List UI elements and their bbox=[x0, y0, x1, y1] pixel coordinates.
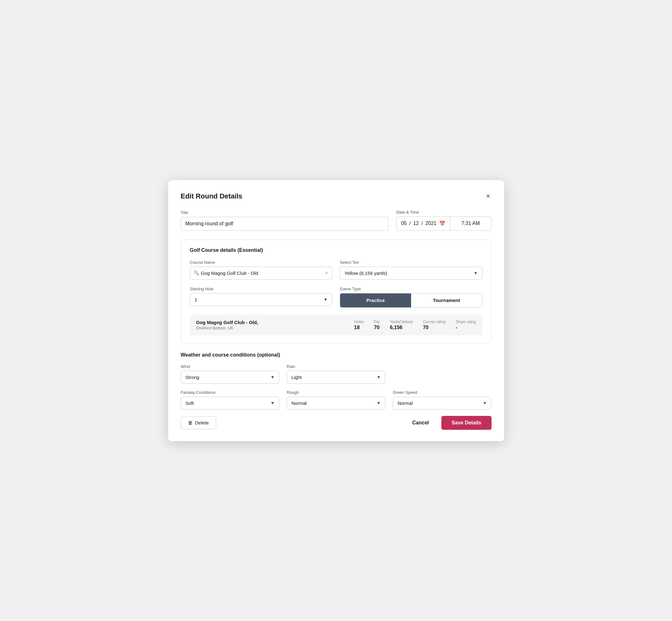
practice-button[interactable]: Practice bbox=[340, 293, 411, 307]
rain-group: Rain NoneLightModerateHeavy ▼ bbox=[287, 364, 385, 384]
modal-header: Edit Round Details × bbox=[181, 192, 492, 201]
wind-group: Wind NoneLightModerateStrong ▼ bbox=[181, 364, 279, 384]
select-tee-label: Select Tee bbox=[340, 260, 482, 265]
yards-stat: Yards(Yellow) 6,156 bbox=[390, 320, 413, 330]
date-year: 2021 bbox=[425, 220, 437, 226]
datetime-label: Date & Time bbox=[396, 210, 491, 215]
rain-label: Rain bbox=[287, 364, 385, 369]
starting-hole-group: Starting Hole 1234 5678 910 ▼ bbox=[190, 287, 333, 308]
course-tee-row: Course Name 🔍 ✕ Select Tee Yellow (6,156… bbox=[190, 260, 482, 280]
wind-label: Wind bbox=[181, 364, 279, 369]
fairway-group: Fairway Conditions HardFirmNormalSoftWet… bbox=[181, 390, 279, 410]
course-rating-label: Course rating bbox=[423, 320, 446, 324]
wind-rain-row: Wind NoneLightModerateStrong ▼ Rain None… bbox=[181, 364, 492, 384]
rain-wrapper: NoneLightModerateHeavy ▼ bbox=[287, 371, 385, 384]
yards-value: 6,156 bbox=[390, 325, 403, 330]
date-sep1: / bbox=[409, 220, 411, 226]
tournament-button[interactable]: Tournament bbox=[411, 293, 482, 307]
course-rating-stat: Course rating 70 bbox=[423, 320, 446, 330]
course-name-input[interactable] bbox=[190, 266, 333, 280]
delete-label: Delete bbox=[195, 420, 209, 425]
golf-course-section: Golf Course details (Essential) Course N… bbox=[181, 240, 492, 343]
starting-hole-label: Starting Hole bbox=[190, 287, 333, 291]
golf-course-section-title: Golf Course details (Essential) bbox=[190, 247, 482, 253]
datetime-field-group: Date & Time 05 / 12 / 2021 📅 7:31 AM bbox=[396, 210, 491, 231]
rough-label: Rough bbox=[287, 390, 385, 395]
holes-value: 18 bbox=[354, 325, 360, 330]
close-button[interactable]: × bbox=[485, 192, 492, 201]
weather-section: Weather and course conditions (optional)… bbox=[181, 352, 492, 410]
title-label: Title bbox=[181, 210, 389, 215]
green-speed-group: Green Speed SlowNormalFastVery Fast ▼ bbox=[393, 390, 491, 410]
holes-stat: Holes 18 bbox=[354, 320, 364, 330]
wind-wrapper: NoneLightModerateStrong ▼ bbox=[181, 371, 279, 384]
weather-section-title: Weather and course conditions (optional) bbox=[181, 352, 492, 358]
course-stats: Holes 18 Par 70 Yards(Yellow) 6,156 Cour… bbox=[354, 320, 476, 330]
title-input[interactable] bbox=[181, 217, 389, 231]
conditions-row: Fairway Conditions HardFirmNormalSoftWet… bbox=[181, 390, 492, 410]
modal-title: Edit Round Details bbox=[181, 192, 243, 200]
slope-rating-value: - bbox=[456, 325, 457, 330]
footer-right: Cancel Save Details bbox=[407, 416, 492, 430]
rough-dropdown[interactable]: ShortNormalLongVery Long bbox=[287, 397, 385, 410]
edit-round-modal: Edit Round Details × Title Date & Time 0… bbox=[168, 180, 504, 441]
slope-rating-stat: Slope rating - bbox=[456, 320, 476, 330]
title-field-group: Title bbox=[181, 210, 389, 231]
green-speed-label: Green Speed bbox=[393, 390, 491, 395]
game-type-toggle: Practice Tournament bbox=[340, 293, 482, 308]
fairway-wrapper: HardFirmNormalSoftWet ▼ bbox=[181, 397, 279, 410]
hole-gametype-row: Starting Hole 1234 5678 910 ▼ Game Type … bbox=[190, 287, 482, 308]
select-tee-group: Select Tee Yellow (6,156 yards) White (6… bbox=[340, 260, 482, 280]
par-label: Par bbox=[374, 320, 380, 324]
course-info-row: Gog Magog Golf Club - Old, Shelford Bott… bbox=[190, 315, 482, 335]
footer-row: 🗑 Delete Cancel Save Details bbox=[181, 416, 492, 430]
course-name-label: Course Name bbox=[190, 260, 333, 265]
course-search-wrapper: 🔍 ✕ bbox=[190, 266, 333, 280]
fairway-dropdown[interactable]: HardFirmNormalSoftWet bbox=[181, 397, 279, 410]
top-fields: Title Date & Time 05 / 12 / 2021 📅 7:31 … bbox=[181, 210, 492, 231]
clear-course-icon[interactable]: ✕ bbox=[325, 271, 328, 276]
date-day: 12 bbox=[413, 220, 419, 226]
game-type-group: Game Type Practice Tournament bbox=[340, 287, 482, 308]
course-info-name: Gog Magog Golf Club - Old, bbox=[196, 320, 354, 325]
holes-label: Holes bbox=[354, 320, 364, 324]
rough-wrapper: ShortNormalLongVery Long ▼ bbox=[287, 397, 385, 410]
save-button[interactable]: Save Details bbox=[442, 416, 491, 430]
course-info-location: Shelford Bottom, UK bbox=[196, 326, 354, 330]
select-tee-wrapper: Yellow (6,156 yards) White (6,700 yards)… bbox=[340, 266, 482, 280]
time-value: 7:31 AM bbox=[461, 220, 480, 226]
time-part[interactable]: 7:31 AM bbox=[450, 217, 491, 230]
calendar-icon: 📅 bbox=[439, 220, 446, 226]
select-tee-dropdown[interactable]: Yellow (6,156 yards) White (6,700 yards)… bbox=[340, 266, 482, 280]
course-info-main: Gog Magog Golf Club - Old, Shelford Bott… bbox=[196, 320, 354, 330]
starting-hole-dropdown[interactable]: 1234 5678 910 bbox=[190, 293, 333, 306]
date-time-group: 05 / 12 / 2021 📅 7:31 AM bbox=[396, 216, 491, 231]
search-icon: 🔍 bbox=[194, 271, 199, 276]
fairway-label: Fairway Conditions bbox=[181, 390, 279, 395]
slope-rating-label: Slope rating bbox=[456, 320, 476, 324]
wind-dropdown[interactable]: NoneLightModerateStrong bbox=[181, 371, 279, 384]
starting-hole-wrapper: 1234 5678 910 ▼ bbox=[190, 293, 333, 306]
course-rating-value: 70 bbox=[423, 325, 428, 330]
cancel-button[interactable]: Cancel bbox=[407, 417, 434, 429]
course-name-group: Course Name 🔍 ✕ bbox=[190, 260, 333, 280]
trash-icon: 🗑 bbox=[188, 420, 193, 425]
delete-button[interactable]: 🗑 Delete bbox=[181, 416, 216, 429]
rough-group: Rough ShortNormalLongVery Long ▼ bbox=[287, 390, 385, 410]
rain-dropdown[interactable]: NoneLightModerateHeavy bbox=[287, 371, 385, 384]
par-value: 70 bbox=[374, 325, 380, 330]
game-type-label: Game Type bbox=[340, 287, 482, 291]
date-sep2: / bbox=[421, 220, 422, 226]
green-speed-dropdown[interactable]: SlowNormalFastVery Fast bbox=[393, 397, 491, 410]
green-speed-wrapper: SlowNormalFastVery Fast ▼ bbox=[393, 397, 491, 410]
par-stat: Par 70 bbox=[374, 320, 380, 330]
yards-label: Yards(Yellow) bbox=[390, 320, 413, 324]
date-month: 05 bbox=[401, 220, 407, 226]
date-part[interactable]: 05 / 12 / 2021 📅 bbox=[396, 217, 450, 230]
